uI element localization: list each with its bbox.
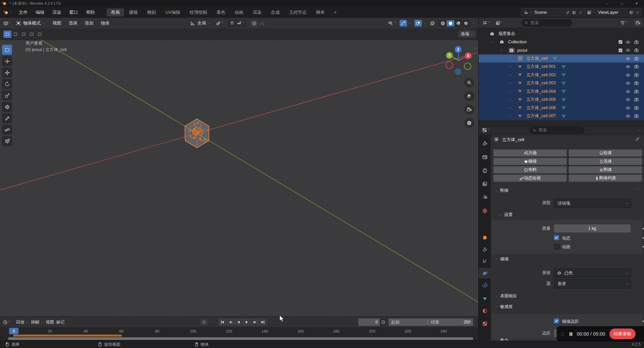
select-extend-icon[interactable] (11, 31, 19, 38)
source-dropdown[interactable]: 形变 (554, 279, 631, 289)
tool-scale[interactable] (2, 90, 12, 100)
collisions-subpanel-header[interactable]: 碰撞 (494, 256, 509, 262)
hide-viewport-icon[interactable] (626, 114, 631, 119)
settings-subpanel-header[interactable]: 设置 (498, 212, 513, 218)
proportional-falloff-icon[interactable] (259, 21, 268, 26)
physics-button-dynpaint[interactable]: 动态绘画 (493, 175, 567, 182)
outliner-row-collection[interactable]: posui (479, 46, 644, 54)
chevron-down-icon[interactable] (638, 129, 641, 132)
ortho-grid-icon[interactable] (464, 118, 474, 128)
zoom-in-icon[interactable] (464, 78, 474, 88)
outliner-row-collection[interactable]: 场景集合 (479, 30, 644, 38)
properties-tab-scene[interactable] (479, 191, 491, 202)
select-subtract-icon[interactable] (19, 31, 28, 38)
dynamic-checkbox[interactable] (554, 235, 559, 240)
properties-tab-modifiers[interactable] (479, 244, 491, 255)
properties-tab-texture[interactable] (479, 318, 491, 329)
tool-transform[interactable] (2, 102, 12, 112)
properties-tab-tool[interactable] (479, 138, 491, 149)
hide-viewport-icon[interactable] (626, 81, 631, 86)
menu-file[interactable]: 文件 (15, 8, 32, 17)
menu-edit[interactable]: 编辑 (32, 8, 48, 17)
outliner-row-mesh[interactable]: 立方体_cell.001 (479, 62, 644, 71)
mode-selector[interactable]: 物体模式 (16, 20, 45, 26)
workspace-tab-geometry-nodes[interactable]: 几何节点 (285, 8, 311, 16)
disable-render-icon[interactable] (634, 48, 639, 53)
overlays-toggle-icon[interactable] (414, 20, 422, 27)
disable-render-icon[interactable] (634, 114, 639, 119)
timeline-menu-keying[interactable]: 插帧 (31, 319, 44, 325)
workspace-tab-modeling[interactable]: 建模 (125, 8, 142, 16)
viewport-menu-view[interactable]: 视图 (49, 18, 65, 28)
properties-tab-particles[interactable] (479, 256, 491, 267)
proportional-edit-icon[interactable] (250, 20, 258, 27)
pin-icon[interactable] (635, 137, 640, 141)
chevron-collapsed-icon[interactable] (509, 81, 512, 85)
chevron-expanded-icon[interactable] (499, 48, 503, 52)
disable-render-icon[interactable] (634, 105, 639, 111)
panel-grip-icon[interactable]: :::: (636, 187, 641, 191)
tool-cursor[interactable] (2, 56, 12, 66)
chevron-collapsed-icon[interactable] (509, 73, 512, 77)
shape-dropdown[interactable]: 凸壳 (554, 268, 631, 278)
hide-viewport-icon[interactable] (626, 105, 631, 111)
properties-tab-world[interactable] (479, 205, 491, 216)
physics-button-fluid[interactable]: 流体 (569, 158, 642, 165)
xray-toggle-icon[interactable] (430, 21, 435, 26)
orientation-label[interactable]: 全局 (197, 20, 206, 26)
outliner-row-mesh[interactable]: 立方体_cell.007 (479, 112, 644, 120)
tool-rotate[interactable] (2, 79, 12, 89)
next-keyframe-button[interactable] (251, 318, 259, 326)
blender-menu-icon[interactable] (3, 10, 9, 15)
scene-data-icon[interactable] (523, 10, 528, 15)
cube-object[interactable] (184, 119, 209, 148)
outliner-row-mesh[interactable]: 立方体_cell.006 (479, 104, 644, 112)
mass-field[interactable]: 1 kg (554, 224, 631, 232)
outliner-row-mesh[interactable]: 立方体_cell.002 (479, 71, 644, 79)
chevron-collapsed-icon[interactable] (509, 57, 512, 60)
disable-render-icon[interactable] (634, 89, 639, 94)
physics-button-xmark[interactable]: 刚体 (569, 166, 642, 173)
gizmos-toggle-icon[interactable] (400, 20, 407, 27)
shading-solid-icon[interactable] (447, 20, 454, 27)
shading-rendered-icon[interactable] (462, 20, 470, 27)
minimize-button[interactable]: – (600, 0, 614, 7)
select-new-icon[interactable] (3, 31, 11, 38)
auto-keying-icon[interactable] (200, 319, 208, 325)
drag-handle-icon[interactable] (560, 332, 565, 337)
duplicate-icon[interactable] (572, 10, 576, 14)
hide-viewport-icon[interactable] (626, 40, 631, 45)
physics-button-softbody[interactable]: 软体 (569, 149, 642, 157)
workspace-tab-compositing[interactable]: 合成 (267, 8, 284, 16)
maximize-button[interactable]: □ (614, 0, 629, 7)
frame-end-field[interactable]: 结束250 (428, 318, 473, 326)
type-dropdown[interactable]: 活动项 (554, 199, 631, 208)
physics-button-forcefield[interactable]: 力场 (493, 149, 567, 157)
use-preview-range-icon[interactable] (380, 319, 387, 325)
select-invert-icon[interactable] (28, 31, 36, 38)
chevron-expanded-icon[interactable] (490, 40, 494, 44)
workspace-tab-rendering[interactable]: 渲染 (248, 8, 266, 16)
collection-checkbox[interactable] (618, 48, 623, 53)
collision-margin-checkbox[interactable] (554, 318, 559, 323)
workspace-tab-scripting[interactable]: 脚本 (312, 8, 329, 16)
physics-button-constraint[interactable]: 刚体约束 (569, 175, 642, 182)
close-icon[interactable] (578, 10, 582, 14)
close-icon[interactable] (636, 10, 640, 14)
timeline-menu-marker[interactable]: 标记 (56, 319, 65, 325)
properties-search-input[interactable]: 搜索 (530, 127, 584, 134)
filter-display-icon[interactable] (495, 20, 504, 26)
sidebar-collapse-icon[interactable]: ‹ (475, 46, 476, 50)
filter-icon[interactable] (620, 20, 628, 26)
timeline-menu-view[interactable]: 视图 (46, 319, 54, 325)
editor-type-icon[interactable] (482, 128, 490, 133)
workspace-tab-add[interactable]: + (330, 8, 341, 16)
animated-checkbox[interactable] (554, 244, 560, 250)
outliner-row-mesh[interactable]: 立方体_cell.003 (479, 79, 644, 87)
tool-box-select[interactable] (2, 45, 12, 55)
stop-recording-button[interactable]: 结束录制 (609, 329, 636, 339)
select-intersect-icon[interactable] (36, 31, 44, 38)
menu-help[interactable]: 帮助 (82, 8, 99, 17)
outliner-row-mesh[interactable]: 立方体_cell (479, 54, 644, 63)
view-layer-icon[interactable] (587, 10, 592, 15)
